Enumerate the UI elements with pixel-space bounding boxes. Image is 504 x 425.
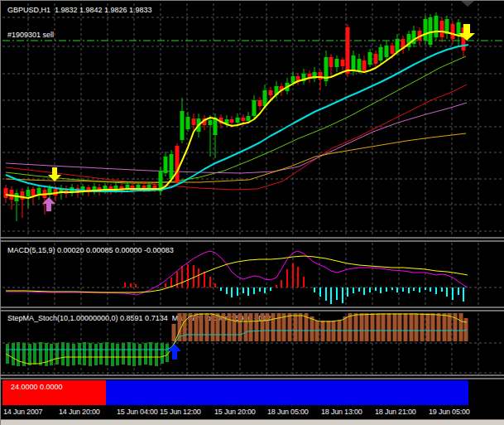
stepma-green-bar	[17, 342, 20, 366]
stepma-green-bar	[33, 343, 36, 365]
stepma-brown-bar	[205, 313, 209, 341]
signal-strip-segment	[106, 380, 468, 405]
stepma-green-bar	[28, 344, 31, 365]
stepma-brown-bar	[443, 313, 447, 341]
time-axis[interactable]: 14 Jun 200714 Jun 20:0015 Jun 04:0015 Ju…	[1, 408, 504, 419]
candle-body	[263, 90, 267, 106]
stepma-brown-bar	[365, 313, 369, 341]
stepma-brown-bar	[233, 313, 237, 341]
candle-body	[4, 188, 8, 198]
stepma-green-bar	[144, 343, 147, 365]
candle-body	[434, 16, 439, 37]
stepma-brown-bar	[288, 313, 292, 341]
candle-body	[230, 119, 234, 123]
candle-body	[335, 59, 339, 67]
stepma-brown-bar	[299, 313, 303, 341]
stepma-green-bar	[66, 343, 70, 366]
candle-body	[252, 100, 257, 116]
time-axis-label: 14 Jun 20:00	[59, 408, 100, 416]
stepma-brown-bar	[448, 313, 452, 341]
stepma-green-bar	[105, 342, 108, 365]
stepma-brown-bar	[382, 313, 386, 341]
candle-body	[26, 190, 31, 196]
slow-violet-line	[6, 103, 467, 173]
candle-body	[379, 47, 383, 60]
candle-body	[346, 27, 350, 74]
time-axis-label: 14 Jun 2007	[3, 408, 42, 416]
candle-body	[170, 154, 174, 179]
symbol-quote-label: GBPUSD,H1 1.9832 1.9842 1.9826 1.9833	[7, 6, 152, 14]
stepma-brown-bar	[377, 313, 381, 341]
stepma-green-bar	[155, 343, 158, 366]
stepma-brown-bar	[354, 313, 358, 341]
time-axis-label: 19 Jun 05:00	[429, 408, 470, 416]
candle-body	[269, 90, 273, 95]
stepma-brown-bar	[398, 313, 402, 341]
stepma-green-bar	[99, 343, 103, 365]
cursor-marker-icon	[461, 1, 474, 7]
stepma-green-bar	[83, 342, 86, 365]
candle-body	[391, 46, 395, 54]
stepma-brown-bar	[294, 313, 298, 341]
stepma-green-bar	[50, 344, 53, 365]
candle-body	[258, 100, 262, 106]
stepma-green-bar	[127, 342, 131, 365]
candle-body	[242, 118, 246, 121]
candle-body	[341, 60, 345, 66]
stepma-green-bar	[122, 343, 125, 365]
time-axis-label: 15 Jun 20:00	[214, 408, 256, 416]
stepma-green-bar	[89, 343, 92, 366]
sell-signal-arrow-top-icon	[458, 24, 475, 41]
stepma-brown-bar	[271, 313, 276, 341]
candle-body	[429, 17, 433, 45]
time-axis-label: 18 Jun 21:00	[375, 408, 416, 416]
stepma-brown-bar	[393, 313, 397, 341]
time-axis-label: 18 Jun 05:00	[267, 408, 309, 416]
stepma-brown-bar	[420, 313, 425, 341]
candle-body	[424, 19, 428, 41]
candle-body	[37, 188, 41, 194]
stepma-brown-bar	[216, 313, 220, 341]
candle-body	[440, 21, 444, 37]
stepma-green-bar	[94, 344, 98, 365]
time-axis-label: 15 Jun 12:00	[160, 408, 201, 416]
candle-body	[175, 146, 180, 183]
stepma-brown-bar	[211, 313, 215, 341]
window-bottom-strip	[1, 419, 504, 425]
candle-body	[247, 116, 251, 121]
stepma-brown-bar	[310, 316, 314, 341]
stepma-brown-bar	[249, 313, 253, 341]
stepma-green-bar	[61, 342, 65, 365]
stepma-brown-bar	[410, 313, 414, 341]
stepma-brown-bar	[431, 313, 435, 341]
candle-body	[31, 189, 36, 196]
strip-values-label: 24.0000 0.0000	[11, 383, 63, 391]
stepma-brown-bar	[228, 313, 232, 341]
candle-body	[374, 54, 378, 64]
stepma-green-bar	[111, 343, 114, 366]
stepma-green-bar	[138, 344, 142, 365]
stepma-brown-bar	[266, 313, 270, 341]
time-axis-label: 15 Jun 04:00	[117, 408, 158, 416]
stepma-brown-bar	[371, 313, 375, 341]
candle-body	[385, 46, 389, 57]
candle-body	[329, 57, 334, 67]
stepma-brown-bar	[437, 313, 441, 341]
candle-body	[362, 60, 367, 70]
stepma-brown-bar	[459, 313, 463, 341]
candle-body	[180, 111, 185, 140]
candle-body	[21, 191, 25, 200]
slow-gold-line	[6, 133, 466, 182]
stepma-brown-bar	[404, 313, 408, 341]
stepma-brown-bar	[194, 313, 199, 341]
candle-body	[164, 157, 168, 173]
candle-body	[319, 72, 323, 80]
stepma-brown-bar	[183, 313, 187, 341]
stepma-brown-bar	[415, 313, 419, 341]
candle-body	[209, 120, 213, 125]
stepma-brown-bar	[261, 313, 265, 341]
stepma-brown-bar	[348, 313, 353, 341]
candle-body	[358, 59, 362, 70]
candle-body	[186, 117, 190, 129]
chart-canvas[interactable]	[1, 1, 504, 425]
